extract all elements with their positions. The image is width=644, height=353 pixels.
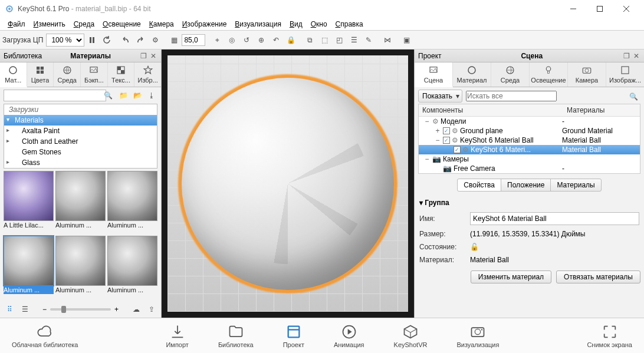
close-button[interactable] (613, 1, 639, 17)
cpu-select[interactable]: 100 % (46, 34, 84, 47)
bottom-animation[interactable]: Анимация (334, 324, 364, 348)
menu-image[interactable]: Изображение (178, 19, 231, 29)
zoom-in-icon[interactable]: + (114, 305, 119, 314)
subtab-position[interactable]: Положение (501, 179, 551, 192)
scene-row[interactable]: 📷 Free Camera- (419, 164, 640, 173)
close-panel-icon[interactable]: ✕ (149, 52, 157, 60)
scene-row[interactable]: −⚙ Модели- (419, 117, 640, 126)
pause-button[interactable] (85, 33, 99, 47)
subtab-properties[interactable]: Свойства (457, 179, 501, 192)
close-proj-icon[interactable]: ✕ (632, 52, 640, 60)
tree-row-materials[interactable]: ▾Materials (4, 115, 157, 126)
bottom-render[interactable]: Визуализация (456, 324, 499, 348)
name-input[interactable] (470, 212, 639, 225)
maximize-button[interactable] (586, 1, 613, 17)
tree-row-axalta[interactable]: ▸Axalta Paint (4, 126, 157, 136)
tab-scene[interactable]: Сцена (415, 62, 453, 87)
scene-row[interactable]: −📷 Камеры (419, 154, 640, 164)
view-grid-icon[interactable]: ⠿ (4, 303, 15, 315)
add-icon[interactable]: ⧉ (303, 33, 317, 47)
change-material-button[interactable]: Изменить материал (471, 270, 551, 283)
frame-input[interactable] (182, 34, 205, 46)
bottom-cloud[interactable]: Облачная библиотека (12, 324, 78, 348)
svg-rect-7 (93, 37, 94, 43)
grid-icon[interactable]: ▦ (167, 33, 181, 47)
redo-button[interactable] (133, 33, 147, 47)
thumb-4[interactable]: Aluminum ... (55, 236, 106, 299)
undock-proj-icon[interactable]: ❐ (622, 52, 630, 60)
menu-edit[interactable]: Изменить (29, 19, 70, 29)
tab-backplates[interactable]: Бэкп... (81, 62, 108, 87)
menu-camera[interactable]: Камера (145, 19, 178, 29)
scene-row[interactable]: ✓⚙ KeyShot 6 Materi...Material Ball (419, 145, 640, 154)
bottom-project[interactable]: Проект (283, 324, 304, 348)
bottom-library[interactable]: Библиотека (218, 324, 254, 348)
subtab-materials[interactable]: Материалы (550, 179, 601, 192)
tab-image-proj[interactable]: Изображ... (606, 62, 644, 87)
library-search-input[interactable] (4, 90, 106, 101)
zoom-out-icon[interactable]: − (42, 305, 47, 314)
tab-favorites[interactable]: Избр... (134, 62, 161, 87)
scene-tree[interactable]: Компоненты Материалы −⚙ Модели-+✓⚙ Groun… (418, 104, 640, 174)
thumb-0[interactable]: A Little Lilac... (4, 171, 54, 234)
undo-button[interactable] (119, 33, 133, 47)
library-tree[interactable]: Загрузки ▾Materials ▸Axalta Paint ▸Cloth… (4, 104, 157, 169)
state-value: 🔓 (470, 243, 639, 251)
bottom-screenshot[interactable]: Снимок экрана (587, 324, 632, 348)
tree-row-cloth[interactable]: ▸Cloth and Leather (4, 136, 157, 147)
menu-lighting[interactable]: Освещение (98, 19, 145, 29)
camera1-icon[interactable]: ⌖ (210, 33, 224, 47)
upload-icon[interactable]: ⇪ (146, 303, 157, 315)
undock-icon[interactable]: ❐ (139, 52, 147, 60)
tab-textures[interactable]: Текс... (108, 62, 135, 87)
tab-lighting[interactable]: Освещение (530, 62, 568, 87)
refresh-icon[interactable] (100, 33, 114, 47)
thumb-1[interactable]: Aluminum ... (55, 171, 106, 234)
folder1-icon[interactable]: 📁 (117, 90, 129, 101)
tab-colors[interactable]: Цвета (27, 62, 54, 87)
project-search-input[interactable] (466, 91, 557, 101)
tab-environments[interactable]: Среда (54, 62, 81, 87)
tree-row-glass[interactable]: ▸Glass (4, 157, 157, 168)
menu-window[interactable]: Окно (307, 19, 331, 29)
cube-icon[interactable]: ◰ (332, 33, 346, 47)
thumb-5[interactable]: Aluminum ... (107, 236, 157, 299)
menu-file[interactable]: Файл (4, 19, 29, 29)
menu-view[interactable]: Вид (285, 19, 307, 29)
folder2-icon[interactable]: 📂 (132, 90, 143, 101)
material-ball[interactable] (182, 78, 394, 290)
show-dropdown[interactable]: Показать (418, 90, 462, 103)
edit-icon[interactable]: ✎ (362, 33, 376, 47)
layers-icon[interactable]: ☰ (347, 33, 361, 47)
camera-reset-icon[interactable]: ↺ (239, 33, 254, 47)
tree-row-gemstones[interactable]: Gem Stones (4, 147, 157, 157)
thumb-3[interactable]: Aluminum ... (4, 236, 54, 299)
camera-add-icon[interactable]: ⊕ (254, 33, 268, 47)
camera-lock-icon[interactable]: 🔒 (284, 33, 298, 47)
scene-row[interactable]: −✓⚙ KeyShot 6 Material BallMaterial Ball (419, 136, 640, 145)
settings-icon[interactable]: ⚙ (148, 33, 162, 47)
camera2-icon[interactable]: ◎ (225, 33, 239, 47)
tab-material[interactable]: Материал (453, 62, 491, 87)
unlink-materials-button[interactable]: Отвязать материалы (556, 270, 640, 283)
menu-help[interactable]: Справка (331, 19, 367, 29)
bottom-vr[interactable]: KeyShotVR (394, 324, 428, 348)
menu-environment[interactable]: Среда (70, 19, 98, 29)
cloud-icon[interactable]: ☁ (130, 303, 142, 315)
import-icon[interactable]: ⭳ (146, 90, 157, 101)
minimize-button[interactable] (560, 1, 586, 17)
tab-camera-proj[interactable]: Камера (568, 62, 606, 87)
tab-env[interactable]: Среда (491, 62, 530, 87)
thumb-size-slider[interactable] (50, 308, 111, 311)
cylinder-icon[interactable]: ⬚ (317, 33, 331, 47)
thumb-2[interactable]: Aluminum ... (107, 171, 157, 234)
bottom-import[interactable]: Импорт (166, 324, 188, 348)
menu-render[interactable]: Визуализация (231, 19, 285, 29)
terminal-icon[interactable]: ▣ (399, 33, 413, 47)
tab-materials[interactable]: Мат... (0, 62, 27, 87)
camera-back-icon[interactable]: ↶ (269, 33, 283, 47)
view-list-icon[interactable]: ☰ (19, 303, 31, 315)
viewport[interactable] (162, 50, 414, 318)
scene-row[interactable]: +✓⚙ Ground planeGround Material (419, 126, 640, 136)
connect-icon[interactable]: ⋈ (380, 33, 395, 47)
